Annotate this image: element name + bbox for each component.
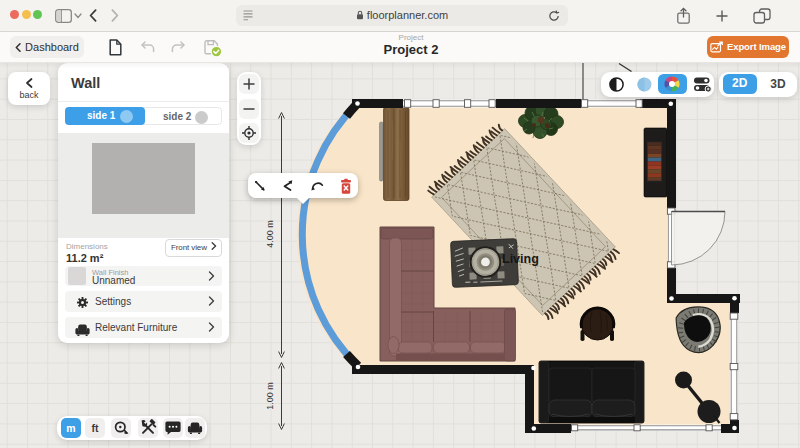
svg-text:4.00 m: 4.00 m [265,220,275,248]
svg-text:Living: Living [502,252,539,266]
svg-text:1.00 m: 1.00 m [265,382,275,410]
